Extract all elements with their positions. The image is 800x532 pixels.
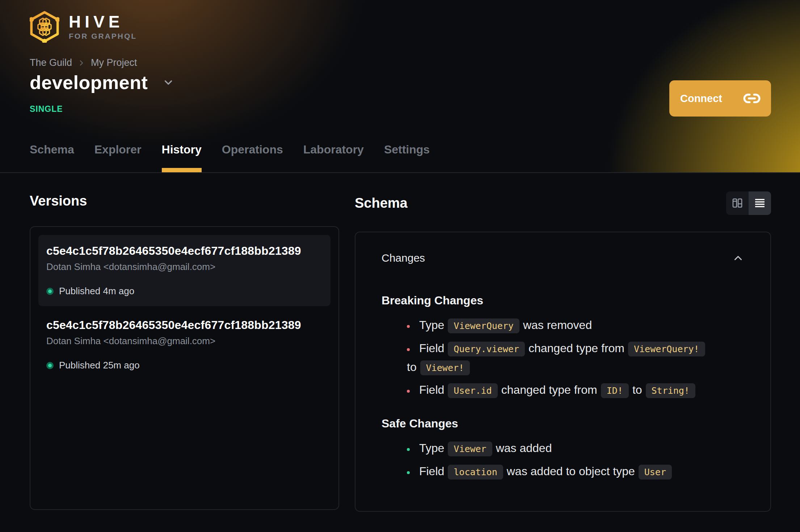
version-status-text: Published 25m ago [59, 360, 140, 371]
code-chip: ViewerQuery! [628, 342, 705, 356]
target-mode-badge: SINGLE [30, 104, 63, 114]
code-chip: Viewer [448, 442, 492, 456]
columns-view-button[interactable] [726, 191, 749, 215]
list-view-icon [754, 197, 766, 209]
chevron-down-icon [162, 76, 174, 89]
chevron-up-icon [732, 252, 744, 264]
change-item: FieldUser.idchanged type fromID!toString… [407, 381, 744, 400]
code-chip: location [448, 465, 503, 480]
tab-laboratory[interactable]: Laboratory [303, 143, 364, 172]
chevron-right-icon [77, 59, 86, 67]
versions-section: Versions c5e4c1c5f78b26465350e4ecf677cf1… [30, 173, 339, 512]
connect-button-label: Connect [680, 93, 722, 105]
code-chip: ID! [601, 383, 629, 398]
code-chip: User.id [448, 383, 497, 398]
breadcrumb-project[interactable]: My Project [91, 57, 137, 68]
target-name: development [30, 72, 148, 93]
version-list-item[interactable]: c5e4c1c5f78b26465350e4ecf677cf188bb21389… [38, 309, 330, 380]
change-text: Field [419, 465, 444, 478]
code-chip: Viewer! [420, 360, 470, 375]
versions-heading: Versions [30, 193, 339, 209]
app-logo[interactable]: HIVE FOR GRAPHQL [30, 11, 137, 43]
change-text: Type [419, 318, 444, 332]
code-chip: Query.viewer [448, 342, 525, 356]
schema-section: Schema [355, 173, 771, 512]
schema-changes-panel: Changes Breaking Changes TypeViewerQuery… [355, 232, 771, 512]
change-item: Fieldlocationwas added to object typeUse… [407, 462, 744, 481]
version-list-item[interactable]: c5e4c1c5f78b26465350e4ecf677cf188bb21389… [38, 235, 330, 306]
published-dot-icon [46, 362, 54, 369]
change-text: to [632, 383, 642, 396]
logo-title: HIVE [69, 13, 137, 30]
logo-subtitle: FOR GRAPHQL [69, 32, 137, 41]
change-item: TypeViewerQuerywas removed [407, 316, 744, 335]
schema-section-header: Schema [355, 191, 771, 215]
breaking-changes-list: TypeViewerQuerywas removed FieldQuery.vi… [382, 316, 744, 400]
version-author: Dotan Simha <dotansimha@gmail.com> [46, 335, 323, 347]
change-text: Type [419, 442, 444, 455]
breadcrumb-org[interactable]: The Guild [30, 57, 72, 68]
link-icon [743, 89, 761, 107]
logo-text: HIVE FOR GRAPHQL [69, 13, 137, 41]
change-text: was added [496, 442, 552, 455]
change-text: was removed [523, 318, 592, 332]
columns-view-icon [731, 197, 744, 209]
view-toggle-group [726, 191, 771, 215]
version-status: Published 25m ago [46, 360, 323, 371]
tab-history[interactable]: History [162, 143, 202, 172]
versions-panel: c5e4c1c5f78b26465350e4ecf677cf188bb21389… [30, 226, 339, 510]
tab-settings[interactable]: Settings [384, 143, 430, 172]
tab-schema[interactable]: Schema [30, 143, 74, 172]
change-text: Field [419, 383, 444, 396]
changes-title: Changes [382, 252, 425, 264]
schema-heading: Schema [355, 195, 408, 211]
breaking-changes-heading: Breaking Changes [382, 294, 744, 307]
change-item: FieldQuery.viewerchanged type fromViewer… [407, 339, 744, 377]
change-text: to [407, 360, 417, 373]
version-author: Dotan Simha <dotansimha@gmail.com> [46, 261, 323, 273]
code-chip: User [639, 465, 672, 480]
app-header: HIVE FOR GRAPHQL The Guild My Project de… [0, 0, 800, 173]
tab-explorer[interactable]: Explorer [94, 143, 142, 172]
code-chip: String! [646, 383, 695, 398]
safe-changes-heading: Safe Changes [382, 417, 744, 430]
version-hash: c5e4c1c5f78b26465350e4ecf677cf188bb21389 [46, 318, 323, 332]
change-text: Field [419, 342, 444, 355]
tab-bar: Schema Explorer History Operations Labor… [30, 143, 430, 172]
safe-changes-list: TypeViewerwas added Fieldlocationwas add… [382, 439, 744, 481]
version-hash: c5e4c1c5f78b26465350e4ecf677cf188bb21389 [46, 244, 323, 258]
published-dot-icon [46, 288, 54, 295]
breadcrumb: The Guild My Project [30, 57, 137, 68]
change-text: was added to object type [507, 465, 635, 478]
version-status: Published 4m ago [46, 286, 323, 297]
change-item: TypeViewerwas added [407, 439, 744, 458]
connect-button[interactable]: Connect [669, 80, 771, 117]
target-selector[interactable]: development [30, 72, 174, 93]
change-text: changed type from [501, 383, 597, 396]
version-status-text: Published 4m ago [59, 286, 134, 297]
tab-operations[interactable]: Operations [222, 143, 283, 172]
changes-collapse-header[interactable]: Changes [382, 252, 744, 264]
list-view-button[interactable] [749, 191, 771, 215]
change-text: changed type from [529, 342, 624, 355]
hive-hexagon-logo-icon [30, 11, 59, 43]
main-content: Versions c5e4c1c5f78b26465350e4ecf677cf1… [0, 173, 800, 512]
code-chip: ViewerQuery [448, 318, 519, 333]
